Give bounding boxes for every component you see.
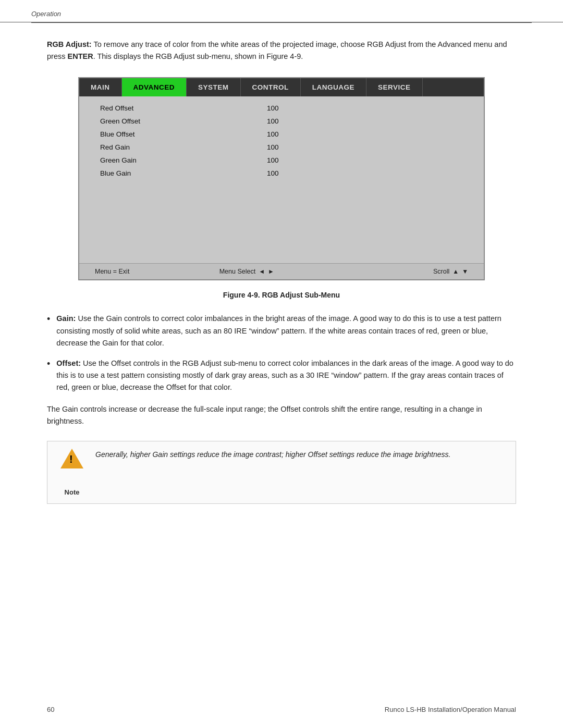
osd-menu-body: Red Offset 100 Green Offset 100 Blue Off… xyxy=(79,96,484,263)
tab-language[interactable]: LANGUAGE xyxy=(301,78,366,96)
osd-label-red-offset: Red Offset xyxy=(100,104,204,112)
offset-bold: Offset: xyxy=(56,359,81,367)
gain-text: Use the Gain controls to correct color i… xyxy=(56,314,501,347)
osd-label-blue-offset: Blue Offset xyxy=(100,130,204,138)
osd-footer: Menu = Exit Menu Select ◄ ► Scroll ▲ ▼ xyxy=(79,263,484,279)
note-label: Note xyxy=(65,488,80,496)
main-content: RGB Adjust: To remove any trace of color… xyxy=(0,23,563,525)
offset-text: Use the Offset controls in the RGB Adjus… xyxy=(56,359,513,391)
osd-label-green-offset: Green Offset xyxy=(100,117,204,125)
note-text: Generally, higher Gain settings reduce t… xyxy=(95,449,450,460)
osd-value-red-gain: 100 xyxy=(267,143,279,151)
enter-bold: ENTER xyxy=(68,52,93,60)
osd-row-green-offset: Green Offset 100 xyxy=(79,115,484,128)
osd-row-blue-gain: Blue Gain 100 xyxy=(79,167,484,180)
osd-footer-scroll: Scroll ▲ ▼ xyxy=(344,268,468,275)
osd-menu: MAIN ADVANCED SYSTEM CONTROL LANGUAGE SE… xyxy=(78,77,485,280)
note-icon-container: Note xyxy=(58,449,86,496)
page-header: Operation xyxy=(0,0,563,22)
bullet-text-gain: Gain: Use the Gain controls to correct c… xyxy=(56,313,516,349)
doc-title: Runco LS-HB Installation/Operation Manua… xyxy=(385,706,516,713)
osd-footer-select: Menu Select ◄ ► xyxy=(219,268,344,275)
osd-value-green-offset: 100 xyxy=(267,117,279,125)
intro-text-2: . This displays the RGB Adjust sub-menu,… xyxy=(93,52,303,60)
tab-advanced[interactable]: ADVANCED xyxy=(122,78,187,96)
osd-row-red-offset: Red Offset 100 xyxy=(79,102,484,115)
gain-bold: Gain: xyxy=(56,314,76,323)
intro-paragraph: RGB Adjust: To remove any trace of color… xyxy=(47,39,516,63)
up-arrow-icon: ▲ xyxy=(452,268,459,275)
tab-service[interactable]: SERVICE xyxy=(366,78,423,96)
rgb-adjust-bold: RGB Adjust: xyxy=(47,40,92,48)
bullet-item-gain: Gain: Use the Gain controls to correct c… xyxy=(47,313,516,349)
osd-label-green-gain: Green Gain xyxy=(100,156,204,164)
osd-exit-label: Menu = Exit xyxy=(95,268,129,275)
warning-triangle-icon xyxy=(60,449,83,468)
bullet-list: Gain: Use the Gain controls to correct c… xyxy=(47,313,516,393)
osd-footer-exit: Menu = Exit xyxy=(95,268,219,275)
osd-value-red-offset: 100 xyxy=(267,104,279,112)
tab-control[interactable]: CONTROL xyxy=(241,78,301,96)
osd-value-blue-offset: 100 xyxy=(267,130,279,138)
osd-row-blue-offset: Blue Offset 100 xyxy=(79,128,484,141)
osd-row-green-gain: Green Gain 100 xyxy=(79,154,484,167)
down-arrow-icon: ▼ xyxy=(462,268,468,275)
osd-label-blue-gain: Blue Gain xyxy=(100,169,204,177)
section-label: Operation xyxy=(31,10,61,18)
plain-paragraph: The Gain controls increase or decrease t… xyxy=(47,403,516,427)
page-number: 60 xyxy=(47,706,54,713)
bullet-text-offset: Offset: Use the Offset controls in the R… xyxy=(56,357,516,394)
osd-label-red-gain: Red Gain xyxy=(100,143,204,151)
tab-system[interactable]: SYSTEM xyxy=(187,78,241,96)
osd-row-red-gain: Red Gain 100 xyxy=(79,141,484,154)
left-arrow-icon: ◄ xyxy=(259,268,265,275)
osd-tab-bar: MAIN ADVANCED SYSTEM CONTROL LANGUAGE SE… xyxy=(79,78,484,96)
osd-scroll-label: Scroll xyxy=(433,268,449,275)
note-box: Note Generally, higher Gain settings red… xyxy=(47,441,516,504)
osd-select-label: Menu Select xyxy=(219,268,255,275)
osd-value-green-gain: 100 xyxy=(267,156,279,164)
bullet-item-offset: Offset: Use the Offset controls in the R… xyxy=(47,357,516,394)
tab-main[interactable]: MAIN xyxy=(79,78,122,96)
right-arrow-icon: ► xyxy=(268,268,274,275)
figure-caption: Figure 4-9. RGB Adjust Sub-Menu xyxy=(47,291,516,299)
page-footer: 60 Runco LS-HB Installation/Operation Ma… xyxy=(47,706,516,713)
osd-value-blue-gain: 100 xyxy=(267,169,279,177)
